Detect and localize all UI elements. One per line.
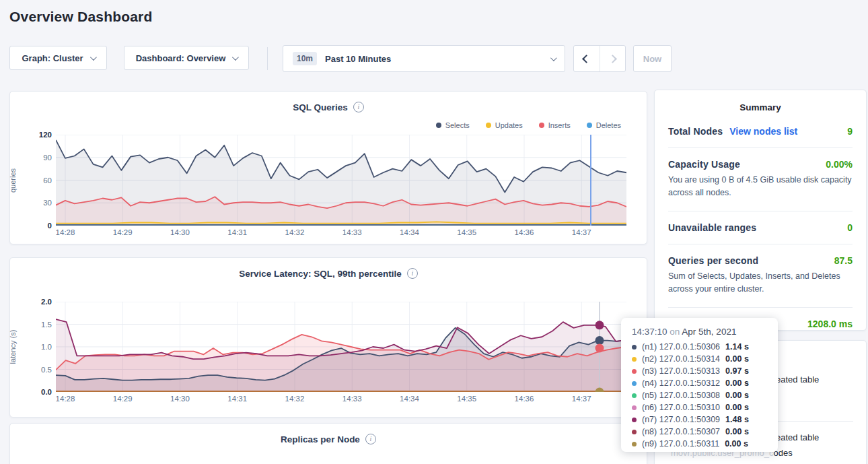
divider [668,211,853,211]
dashboard-dropdown[interactable]: Dashboard: Overview [124,46,249,70]
legend-dot [587,123,592,128]
x-tick-label: 14:32 [285,228,305,236]
tooltip-node-row: (n5) 127.0.0.1:503080.00 s [632,389,768,401]
time-range-label: Past 10 Minutes [325,54,391,64]
time-range-dropdown[interactable]: 10m Past 10 Minutes [283,45,565,72]
y-tick-label: 2.0 [22,297,52,306]
service-latency-chart[interactable] [56,302,626,392]
now-button-label: Now [643,54,661,64]
legend-dot [539,123,544,128]
chevron-down-icon [232,54,239,61]
page-title: Overview Dashboard [9,9,153,25]
chevron-down-icon [550,55,557,61]
x-tick-label: 14:28 [56,395,75,403]
graph-dropdown[interactable]: Graph: Cluster [9,46,107,70]
tooltip-node-value: 1.14 s [725,342,749,352]
legend-dot [436,123,441,128]
service-latency-title: Service Latency: SQL, 99th percentile [239,269,402,279]
tooltip-node-address: (n9) 127.0.0.1:50311 [642,439,719,449]
sql-queries-title: SQL Queries [293,102,348,112]
x-tick-label: 14:30 [170,228,190,236]
tooltip-node-address: (n7) 127.0.0.1:50309 [642,415,720,424]
unavailable-ranges-label: Unavailable ranges [668,222,756,233]
legend-label: Selects [445,121,470,129]
summary-title: Summary [655,90,866,112]
tooltip-node-address: (n4) 127.0.0.1:50312 [642,378,720,388]
x-tick-label: 14:33 [342,228,362,236]
info-icon[interactable]: i [407,268,418,279]
tooltip-date: Apr 5th, 2021 [682,327,736,337]
capacity-usage-label: Capacity Usage [668,159,740,170]
y-axis-title: queries [7,135,18,226]
p99-latency-value: 1208.0 ms [807,319,853,329]
x-tick-label: 14:36 [515,228,534,236]
tooltip-node-value: 0.00 s [725,354,749,364]
x-tick-label: 14:35 [457,228,476,236]
tooltip-node-row: (n7) 127.0.0.1:503091.48 s [632,413,768,426]
tooltip-node-row: (n4) 127.0.0.1:503120.00 s [632,377,768,389]
x-tick-label: 14:28 [56,228,75,236]
x-tick-label: 14:35 [457,395,476,403]
dashboard-dropdown-label: Dashboard: Overview [136,53,226,63]
event-row-fragment[interactable]: eated table [776,374,819,385]
legend-label: Updates [495,121,523,129]
node-color-dot [632,357,637,362]
tooltip-on: on [667,327,682,337]
chevron-right-icon [608,55,617,63]
sql-queries-chart[interactable] [56,135,626,226]
node-color-dot [632,345,637,350]
info-icon[interactable]: i [365,434,376,444]
y-tick-label: 30 [22,198,52,207]
tooltip-node-row: (n3) 127.0.0.1:503130.97 s [632,365,768,377]
event-row-fragment[interactable]: eated table [776,432,819,442]
sql-queries-legend: Selects Updates Inserts Deletes [436,121,621,129]
tooltip-node-row: (n2) 127.0.0.1:503140.00 s [632,353,768,365]
chevron-left-icon [582,55,591,63]
tooltip-node-value: 0.00 s [725,427,749,436]
chart-hover-tooltip: 14:37:10 on Apr 5th, 2021 (n1) 127.0.0.1… [621,318,778,452]
total-nodes-value: 9 [847,126,853,137]
time-range-badge: 10m [293,52,317,65]
y-tick-label: 0 [22,221,52,230]
legend-dot [486,123,491,128]
legend-item[interactable]: Deletes [587,121,621,129]
y-tick-label: 90 [22,153,52,162]
x-tick-label: 14:32 [285,395,305,403]
tooltip-node-value: 0.00 s [725,403,749,412]
sql-queries-card: SQL Queries i Selects Updates Inserts De… [9,91,647,244]
legend-item[interactable]: Updates [486,121,523,129]
view-nodes-list-link[interactable]: View nodes list [729,126,797,137]
qps-value: 87.5 [834,255,853,266]
legend-item[interactable]: Inserts [539,121,571,129]
replicas-per-node-title: Replicas per Node [281,434,360,444]
tooltip-node-row: (n1) 127.0.0.1:503061.14 s [632,341,768,353]
time-prev-button[interactable] [574,46,600,71]
unavailable-ranges-value: 0 [847,222,853,233]
node-color-dot [632,381,637,386]
tooltip-timestamp: 14:37:10 on Apr 5th, 2021 [632,327,768,337]
graph-dropdown-label: Graph: Cluster [22,53,83,63]
tooltip-node-address: (n3) 127.0.0.1:50313 [642,366,720,376]
capacity-usage-value: 0.00% [826,159,853,170]
node-color-dot [632,430,637,434]
x-tick-label: 14:31 [227,228,247,236]
x-tick-label: 14:34 [400,228,419,236]
controls-divider [267,47,268,70]
chevron-down-icon [89,54,96,61]
tooltip-node-address: (n6) 127.0.0.1:50310 [642,403,720,412]
x-tick-label: 14:34 [400,395,419,403]
y-tick-label: 1.5 [22,320,52,329]
qps-label: Queries per second [668,255,758,266]
y-tick-label: 60 [22,176,52,185]
x-tick-label: 14:37 [572,228,591,236]
node-color-dot [632,405,637,410]
time-next-button[interactable] [600,46,626,71]
x-tick-label: 14:33 [342,395,362,403]
info-icon[interactable]: i [353,102,364,112]
x-tick-label: 14:29 [113,395,133,403]
divider [668,307,853,308]
now-button[interactable]: Now [633,45,672,72]
x-tick-label: 14:29 [113,228,133,236]
legend-item[interactable]: Selects [436,121,470,129]
divider [668,244,853,244]
